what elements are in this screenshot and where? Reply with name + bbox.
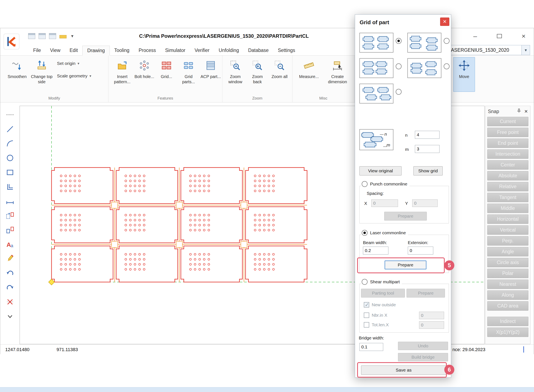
trim-tool[interactable] <box>3 295 17 308</box>
laser-prepare-button[interactable]: Prepare <box>385 261 426 269</box>
move-part-tool[interactable] <box>3 209 17 222</box>
zoom-all-button[interactable]: Zoom all <box>269 57 290 93</box>
line-tool[interactable] <box>3 122 17 136</box>
undo-tool[interactable] <box>3 266 17 280</box>
snap-x-p1-y-p2-[interactable]: X(p1)Y(p2) <box>487 327 528 337</box>
origin-marker <box>49 279 54 285</box>
grid-pattern-aligned-radio[interactable] <box>396 38 402 44</box>
snap-along[interactable]: Along <box>487 290 528 300</box>
minimize-button[interactable]: – <box>470 32 480 40</box>
snap-relative[interactable]: Relative <box>487 182 528 191</box>
close-window-button[interactable]: × <box>519 32 528 40</box>
grid-pattern-offset[interactable] <box>407 33 441 53</box>
copy-part-tool[interactable] <box>3 223 17 237</box>
redo-tool[interactable] <box>3 281 17 294</box>
grid-pattern-aligned[interactable] <box>359 33 393 53</box>
tab-settings[interactable]: Settings <box>273 46 300 55</box>
grid-pattern-mirror-x-radio[interactable] <box>396 63 402 69</box>
zoom-window-button[interactable]: Zoom window <box>225 57 246 93</box>
grid-pattern-mirror-x[interactable] <box>359 58 393 78</box>
snap-middle[interactable]: Middle <box>487 204 528 213</box>
tab-drawing[interactable]: Drawing <box>82 46 110 56</box>
grid-pattern-mirror-y-radio[interactable] <box>444 63 450 69</box>
dialog-title[interactable]: Grid of part <box>360 19 389 26</box>
bridge-width-input[interactable] <box>359 343 383 351</box>
sketch-tool[interactable] <box>3 252 17 265</box>
maximize-button[interactable] <box>495 32 504 40</box>
snap-end-point[interactable]: End point <box>487 139 528 148</box>
acp-part-button[interactable]: ACP part... <box>200 57 221 93</box>
nm-preview-n-label: n <box>385 132 387 137</box>
grid-pattern-offset-radio[interactable] <box>444 38 450 44</box>
snap-intersection[interactable]: Intersection <box>487 149 528 159</box>
checkbox-checked-icon <box>364 302 369 308</box>
grid-parts-button[interactable]: Grid parts... <box>178 57 199 93</box>
n-input[interactable] <box>415 131 440 139</box>
beam-width-input[interactable] <box>363 247 388 255</box>
bridge-width-label: Bridge width: <box>359 336 384 341</box>
view-original-button[interactable]: View original <box>359 166 402 175</box>
scale-geometry-button[interactable]: Scale geometry ▾ <box>57 71 91 80</box>
grid-pattern-alternating-radio[interactable] <box>396 89 402 95</box>
set-origin-button[interactable]: Set origin ▾ <box>57 59 91 68</box>
quick-access-icon-3[interactable] <box>49 33 56 39</box>
snap-close-icon[interactable]: × <box>525 108 528 114</box>
extension-input[interactable] <box>408 247 433 255</box>
scroll-down[interactable] <box>3 310 17 323</box>
snap-polar[interactable]: Polar <box>487 269 528 278</box>
build-bridge-button: Build bridge <box>398 353 448 361</box>
snap-indirect[interactable]: Indirect <box>487 317 528 326</box>
create-dimension-button[interactable]: Create dimension <box>323 57 352 93</box>
shear-multipart-radio[interactable]: Shear multipart <box>361 279 402 285</box>
snap-cad-area[interactable]: CAD area <box>487 301 528 311</box>
pin-icon[interactable] <box>516 108 521 115</box>
text-tool[interactable]: Aa <box>3 238 17 251</box>
tab-simulator[interactable]: Simulator <box>161 46 190 55</box>
save-as-button[interactable]: Save as <box>361 365 446 375</box>
snap-angle[interactable]: Angle <box>487 247 528 257</box>
tab-database[interactable]: Database <box>243 46 273 55</box>
snap-circle-axis[interactable]: Circle axis <box>487 258 528 267</box>
segment-tool[interactable] <box>3 194 17 208</box>
grid-button[interactable]: Grid... <box>156 57 177 93</box>
snap-center[interactable]: Center <box>487 160 528 170</box>
quick-access-more-icon[interactable]: ▾ <box>71 33 74 39</box>
move-button[interactable]: Move <box>453 57 475 92</box>
quick-access-icon-1[interactable] <box>28 33 35 39</box>
circle-tool[interactable] <box>3 151 17 165</box>
snap-free-point[interactable]: Free point <box>487 128 528 137</box>
machine-dropdown[interactable]: ASERGENIUS_1530_2020 ▾ <box>448 45 530 55</box>
punch-commonline-radio[interactable]: Punch commonline <box>361 181 409 187</box>
quick-access-icon-4[interactable] <box>60 35 66 38</box>
show-grid-button[interactable]: Show grid <box>413 166 443 175</box>
m-input[interactable] <box>415 145 440 153</box>
change-top-side-button[interactable]: Change top side <box>29 57 54 93</box>
measure-button[interactable]: Measure... <box>297 57 321 93</box>
quick-access-icon-2[interactable] <box>39 33 46 39</box>
snap-tangent[interactable]: Tangent <box>487 193 528 202</box>
zoom-back-button[interactable]: Zoom back <box>247 57 268 93</box>
laser-commonline-radio[interactable]: Laser commonline <box>361 230 408 236</box>
grid-pattern-mirror-y[interactable] <box>407 58 441 78</box>
tab-process[interactable]: Process <box>134 46 160 55</box>
snap-horizontal[interactable]: Horizontal <box>487 215 528 224</box>
snap-vertical[interactable]: Vertical <box>487 225 528 235</box>
tab-edit[interactable]: Edit <box>65 46 83 55</box>
insert-pattern-button[interactable]: Insert pattern... <box>112 57 133 93</box>
smoothen-button[interactable]: Smoothen <box>5 57 29 93</box>
grid-pattern-alternating[interactable] <box>359 84 393 103</box>
arc-tool[interactable] <box>3 137 17 150</box>
tab-unfolding[interactable]: Unfolding <box>214 46 243 55</box>
bolt-hole-button[interactable]: Bolt hole... <box>134 57 155 93</box>
tab-verifier[interactable]: Verifier <box>190 46 214 55</box>
snap-current[interactable]: Current <box>487 117 528 126</box>
snap-nearest[interactable]: Nearest <box>487 280 528 289</box>
tab-tooling[interactable]: Tooling <box>110 46 134 55</box>
dialog-close-button[interactable]: × <box>440 18 449 26</box>
tab-view[interactable]: View <box>46 46 65 55</box>
tab-file[interactable]: File <box>28 46 46 55</box>
rectangle-tool[interactable] <box>3 166 17 179</box>
snap-perp-[interactable]: Perp. <box>487 236 528 246</box>
corner-tool[interactable] <box>3 180 17 193</box>
snap-absolute[interactable]: Absolute <box>487 171 528 181</box>
